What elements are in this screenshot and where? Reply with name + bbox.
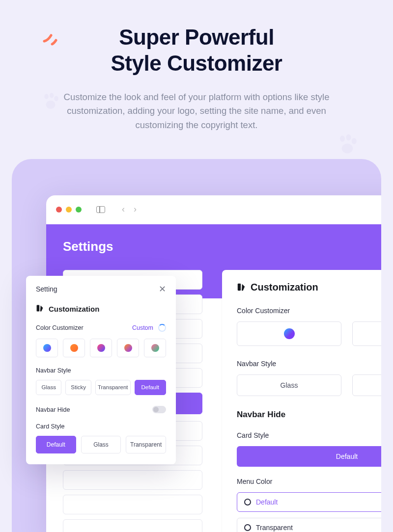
svg-point-5 (346, 134, 351, 141)
popover-header: Setting (36, 285, 57, 293)
color-swatch-orange[interactable] (352, 321, 381, 346)
menu-color-option-default[interactable]: Default (237, 492, 381, 512)
customize-icon (237, 283, 246, 292)
nav-arrows: ‹ › (122, 204, 137, 214)
window-close-icon[interactable] (56, 207, 62, 213)
card-style-label: Card Style (237, 431, 381, 439)
nav-back-icon[interactable]: ‹ (122, 204, 125, 214)
navbar-style-option[interactable] (352, 374, 381, 396)
svg-rect-17 (238, 284, 241, 291)
custom-link[interactable]: Custom (132, 324, 153, 331)
cardstyle-transparent[interactable]: Transparent (126, 436, 166, 453)
svg-point-6 (352, 138, 357, 144)
navbar-style-label: Navbar Style (237, 360, 381, 368)
color-swatch[interactable] (63, 339, 85, 357)
sidebar-item[interactable] (63, 495, 202, 514)
pop-navhide-label: Navbar Hide (36, 406, 70, 413)
menu-color-label: Menu Color (237, 478, 381, 485)
sidebar-item[interactable] (63, 519, 202, 532)
hero-description: Customize the look and feel of your plat… (47, 90, 346, 133)
navbar-style-option-glass[interactable]: Glass (237, 374, 341, 396)
navstyle-glass[interactable]: Glass (36, 380, 61, 395)
color-circle-icon (43, 344, 51, 352)
hero-title: Super Powerful Style Customizer (29, 25, 364, 77)
color-circle-icon (151, 344, 159, 352)
svg-point-0 (44, 94, 48, 99)
nav-forward-icon[interactable]: › (134, 204, 137, 214)
navbar-hide-label: Navbar Hide (237, 410, 381, 420)
navstyle-transparent[interactable]: Transparent (95, 380, 131, 395)
color-circle-icon (97, 344, 105, 352)
radio-icon (244, 499, 251, 505)
color-swatch[interactable] (36, 339, 58, 357)
hero-section: Super Powerful Style Customizer Customiz… (0, 0, 393, 147)
popover-title: Customization (36, 304, 166, 313)
cardstyle-glass[interactable]: Glass (81, 436, 121, 453)
sidebar-item[interactable] (63, 470, 202, 490)
color-swatch[interactable] (117, 339, 139, 357)
spinner-icon (158, 324, 166, 332)
panel-title: Customization (237, 282, 381, 293)
color-swatch[interactable] (90, 339, 112, 357)
svg-point-3 (46, 101, 56, 109)
svg-point-7 (342, 144, 353, 154)
svg-point-1 (50, 93, 54, 98)
customize-icon (36, 304, 45, 313)
color-circle-icon (284, 328, 295, 339)
radio-icon (244, 524, 251, 531)
paw-decoration-icon (40, 91, 61, 114)
paw-decoration-icon (335, 133, 360, 159)
customization-panel: Customization Color Customizer Navbar St… (222, 270, 381, 532)
pop-color-label: Color Customizer (36, 324, 84, 331)
color-customizer-label: Color Customizer (237, 307, 381, 315)
window-zoom-icon[interactable] (76, 207, 82, 213)
navbar-hide-toggle[interactable] (152, 406, 166, 413)
menu-color-option-transparent[interactable]: Transparent (237, 518, 381, 532)
navstyle-sticky[interactable]: Sticky (65, 380, 91, 395)
color-circle-icon (70, 344, 78, 352)
svg-point-2 (54, 96, 58, 101)
pop-cardstyle-label: Card Style (36, 423, 166, 430)
pop-navstyle-label: Navbar Style (36, 367, 166, 374)
sidebar-toggle-icon[interactable] (96, 206, 105, 213)
page-title: Settings (63, 239, 113, 254)
color-circle-icon (124, 344, 132, 352)
close-icon[interactable]: ✕ (159, 285, 166, 293)
browser-chrome: ‹ › (46, 195, 381, 224)
navstyle-default[interactable]: Default (135, 380, 166, 395)
color-swatch-purple[interactable] (237, 321, 341, 346)
svg-rect-18 (37, 305, 40, 312)
svg-point-4 (340, 135, 345, 142)
sparkle-icon (40, 29, 60, 49)
settings-popover: Setting ✕ Customization Color Customizer… (26, 276, 176, 464)
cardstyle-default[interactable]: Default (36, 436, 76, 453)
window-minimize-icon[interactable] (66, 207, 72, 213)
color-swatch[interactable] (144, 339, 166, 357)
card-style-default-button[interactable]: Default (237, 446, 381, 467)
